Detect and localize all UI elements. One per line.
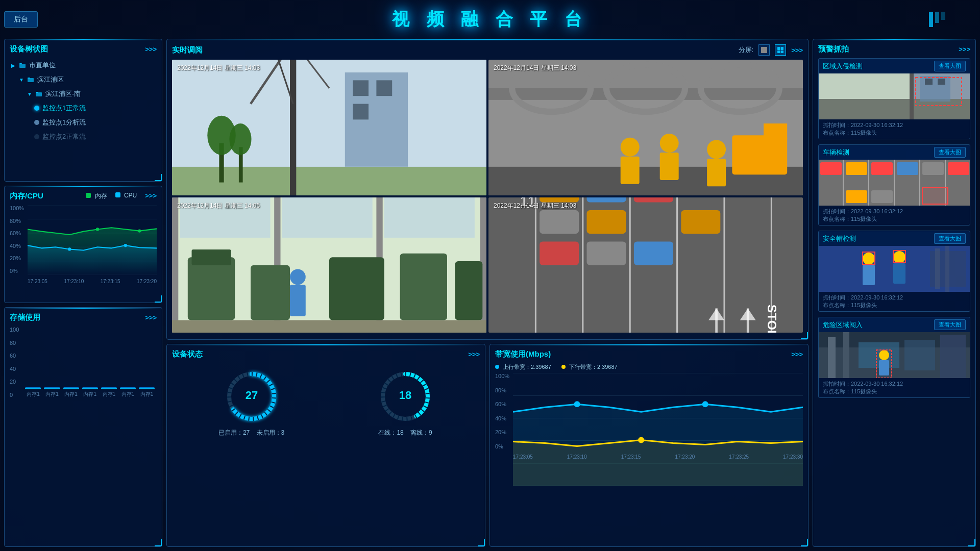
svg-rect-84	[587, 241, 626, 265]
device-status-more[interactable]: >>>	[468, 350, 480, 358]
svg-rect-21	[290, 60, 296, 195]
svg-rect-81	[540, 241, 579, 265]
svg-rect-57	[384, 197, 475, 238]
video-cell-4[interactable]: 2022年12月14日 星期三 14:03	[488, 197, 803, 333]
device-tree-more[interactable]: >>>	[145, 45, 157, 53]
split-single-btn[interactable]	[758, 44, 770, 56]
svg-rect-62	[329, 257, 384, 320]
parking-scene: STOP 11 22 26	[488, 197, 803, 333]
gauge-enabled-svg: 27	[224, 368, 280, 424]
video-timestamp-4: 2022年12月14日 星期三 14:03	[494, 202, 576, 210]
bar-group-2: 内存1	[44, 387, 60, 398]
svg-marker-13	[28, 245, 157, 275]
alert-more[interactable]: >>>	[959, 45, 970, 53]
mem-cpu-y-labels: 100% 80% 60% 40% 20% 0%	[10, 205, 28, 274]
tree-item-binjianpu-south[interactable]: ▼ 滨江浦区-南	[10, 87, 157, 101]
bar-5	[101, 387, 117, 389]
svg-rect-129	[948, 162, 969, 175]
bar-7	[139, 387, 155, 389]
svg-rect-37	[488, 88, 803, 100]
alert-helmet-img	[819, 246, 970, 292]
video-cell-3[interactable]: 2022年12月14日 星期三 14:05	[172, 197, 486, 333]
mem-cpu-title: 内存/CPU	[10, 191, 43, 201]
alert-danger-img	[819, 332, 970, 378]
video-cell-2[interactable]: 2022年12月14日 星期三 14:03	[488, 60, 803, 195]
svg-rect-42	[621, 157, 640, 184]
svg-point-15	[138, 229, 141, 232]
device-tree-header: 设备树状图 >>>	[10, 44, 157, 54]
video-grid: 2022年12月14日 星期三 14:03	[172, 60, 803, 333]
bottom-mid: 设备状态 >>> 27	[166, 344, 808, 547]
legend-cpu-label: CPU	[124, 192, 137, 199]
crane-scene	[172, 60, 486, 195]
legend-mem-label: 内存	[95, 192, 107, 199]
tree-arrow-shizhi: ▶	[10, 62, 17, 69]
svg-point-45	[707, 140, 726, 159]
tree-item-monitor1-normal[interactable]: 监控点1正常流	[10, 101, 157, 115]
factory-scene	[172, 197, 486, 333]
alert-zone-scene	[819, 73, 970, 119]
bandwidth-more[interactable]: >>>	[791, 350, 803, 358]
svg-rect-85	[634, 197, 673, 203]
svg-text:27: 27	[245, 389, 257, 402]
storage-more[interactable]: >>>	[145, 314, 157, 321]
alert-helmet-header: 安全帽检测 查看大图	[819, 231, 970, 246]
gauge-row: 27 已启用：27 未启用：3	[172, 363, 480, 442]
back-button[interactable]: 后台	[4, 11, 38, 28]
tree-label-shizhi: 市直单位	[29, 61, 56, 70]
bw-x-labels: 17:23:05 17:23:10 17:23:15 17:23:20 17:2…	[513, 454, 803, 460]
svg-point-136	[863, 253, 875, 265]
legend-cpu-dot	[115, 192, 120, 197]
svg-rect-151	[940, 335, 966, 378]
svg-rect-128	[922, 162, 944, 175]
alert-helmet-view-btn[interactable]: 查看大图	[934, 233, 966, 244]
tree-item-monitor2-normal[interactable]: 监控点2正常流	[10, 130, 157, 144]
alert-danger-view-btn[interactable]: 查看大图	[934, 319, 966, 330]
tree-arrow-binjianpu: ▼	[18, 76, 25, 83]
deco-bar-3	[941, 12, 945, 20]
svg-point-107	[574, 401, 580, 407]
gauge-enabled: 27 已启用：27 未启用：3	[218, 368, 284, 437]
split-quad-btn[interactable]	[775, 44, 786, 56]
folder-icon	[19, 62, 26, 69]
bw-legend-up: 上行带宽：2.39687	[495, 363, 551, 371]
svg-point-108	[702, 401, 708, 407]
tree-label-binjianpu: 滨江浦区	[37, 75, 64, 84]
svg-point-109	[638, 437, 644, 443]
mem-cpu-svg	[28, 205, 157, 275]
svg-point-41	[621, 138, 640, 157]
realtime-more[interactable]: >>>	[791, 46, 803, 54]
svg-rect-143	[935, 248, 940, 289]
bar-3	[63, 387, 79, 389]
legend-mem: 内存	[86, 192, 107, 201]
video-cell-1[interactable]: 2022年12月14日 星期三 14:03	[172, 60, 486, 195]
tree-item-shizhi[interactable]: ▶ 市直单位	[10, 58, 157, 72]
alert-danger-type: 危险区域闯入	[823, 320, 863, 330]
realtime-title: 实时调阅	[172, 45, 203, 55]
bar-1	[25, 387, 41, 389]
video-timestamp-1: 2022年12月14日 星期三 14:03	[177, 64, 260, 72]
alert-vehicle-view-btn[interactable]: 查看大图	[934, 147, 966, 158]
alert-zone-view-btn[interactable]: 查看大图	[934, 61, 966, 71]
header-decoration	[929, 12, 945, 27]
svg-rect-153	[879, 360, 889, 375]
tree-arrow-south: ▼	[26, 90, 33, 97]
bar-4	[82, 387, 98, 389]
bw-up-label: 上行带宽：2.39687	[503, 364, 551, 370]
svg-rect-125	[846, 162, 867, 175]
bw-legend-down: 下行带宽：2.39687	[561, 363, 618, 371]
mem-cpu-more[interactable]: >>>	[145, 192, 157, 201]
svg-rect-148	[843, 332, 849, 378]
tree-item-binjianpu[interactable]: ▼ 滨江浦区	[10, 72, 157, 87]
tree-item-monitor1-analysis[interactable]: 监控点1分析流	[10, 115, 157, 130]
folder-icon-3	[35, 90, 42, 97]
svg-rect-61	[251, 265, 290, 320]
alert-panel: 预警抓拍 >>> 区域入侵检测 查看大图	[813, 39, 976, 547]
svg-rect-64	[455, 261, 482, 320]
tree-label-monitor1-analysis: 监控点1分析流	[42, 118, 86, 127]
bar-group-3: 内存1	[63, 387, 79, 398]
device-status-title: 设备状态	[172, 349, 203, 359]
page-title: 视 频 融 合 平 台	[392, 8, 587, 31]
bandwidth-header: 带宽使用(Mbps) >>>	[495, 349, 803, 359]
svg-rect-137	[863, 265, 875, 285]
